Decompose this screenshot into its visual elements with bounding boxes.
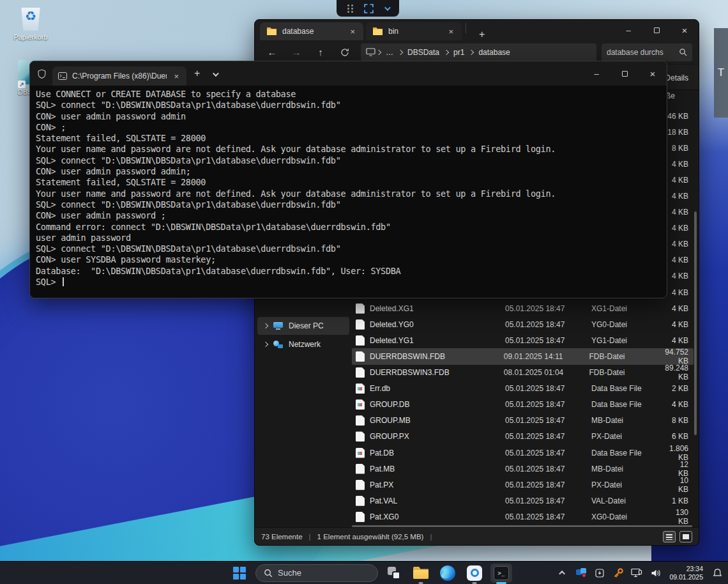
edge-panel-tab[interactable]: T (714, 28, 728, 118)
file-row[interactable]: Err.db05.01.2025 18:47Data Base File2 KB (352, 381, 694, 397)
tab-close-icon[interactable]: × (446, 27, 455, 36)
taskbar-terminal-button[interactable]: >_ (490, 564, 512, 583)
terminal-line: Your user name and password are not defi… (36, 188, 667, 199)
start-button[interactable] (229, 564, 250, 583)
tray-display-icon[interactable] (630, 564, 644, 582)
file-date: 05.01.2025 18:47 (505, 465, 591, 473)
taskbar: Suche >_ (0, 561, 728, 584)
maximize-button[interactable] (642, 20, 671, 40)
drag-handle-icon[interactable] (347, 4, 354, 13)
explorer-search-input[interactable]: database durchs (602, 43, 692, 61)
breadcrumb-overflow[interactable]: … (382, 47, 397, 58)
file-size: 130 KB (668, 508, 690, 525)
folder-icon (266, 27, 277, 36)
tray-overflow-button[interactable] (556, 564, 570, 582)
sidebar-item-netzwerk[interactable]: Netzwerk (257, 335, 349, 353)
minimize-button[interactable]: – (582, 63, 610, 84)
file-name: GROUP.MB (370, 416, 505, 425)
up-button[interactable]: ↑ (310, 43, 331, 61)
tray-key-icon[interactable] (611, 564, 625, 582)
file-date: 05.01.2025 18:47 (505, 304, 591, 313)
terminal-tab[interactable]: C:\Program Files (x86)\Duerr\ × (52, 66, 186, 86)
forward-button[interactable]: → (285, 43, 307, 61)
tray-volume-icon[interactable] (648, 564, 662, 582)
tray-package-icon[interactable] (593, 564, 607, 582)
terminal-line: CON> user SYSDBA password masterkey; (36, 254, 667, 265)
remote-session-toolbar[interactable] (337, 0, 399, 17)
network-icon (273, 341, 283, 348)
breadcrumb-item[interactable]: database (474, 47, 513, 58)
tray-sync-icon[interactable] (574, 564, 588, 582)
minimize-button[interactable]: – (614, 20, 642, 40)
chevron-down-icon[interactable] (384, 4, 390, 11)
file-row[interactable]: Deleted.YG005.01.2025 18:47YG0-Datei4 KB (352, 316, 694, 332)
tab-bin[interactable]: bin × (366, 22, 462, 40)
file-name: Deleted.XG1 (370, 304, 505, 313)
file-row[interactable]: Pat.PX05.01.2025 18:47PX-Datei10 KB (352, 477, 694, 493)
terminal-icon: >_ (494, 566, 509, 580)
breadcrumb-item[interactable]: DBSData (404, 47, 443, 58)
file-row[interactable]: GROUP.MB05.01.2025 18:47MB-Datei8 KB (352, 413, 694, 429)
back-button[interactable]: ← (261, 43, 283, 61)
selection-info: 1 Element ausgewählt (92,5 MB) (317, 533, 424, 541)
terminal-line: SQL> connect "D:\DBSWIN\DBSData\pr1\data… (36, 199, 667, 210)
file-row[interactable]: Deleted.YG105.01.2025 18:47YG1-Datei4 KB (352, 332, 694, 348)
search-value: database durchs (607, 48, 679, 57)
tab-database[interactable]: database × (260, 22, 363, 40)
desktop-icon-recycle-bin[interactable]: ♻ Papierkorb (10, 5, 51, 41)
vertical-scrollbar[interactable] (694, 211, 697, 435)
fullscreen-icon[interactable] (364, 4, 374, 13)
close-button[interactable]: × (639, 63, 667, 84)
terminal-dropdown-button[interactable] (208, 68, 222, 79)
notification-bell-button[interactable] (710, 564, 724, 582)
taskbar-explorer-button[interactable] (410, 564, 432, 583)
tab-close-icon[interactable]: × (172, 72, 181, 81)
taskbar-edge-button[interactable] (437, 564, 459, 583)
file-name: DUERRDBSWIN.FDB (370, 352, 504, 361)
file-date: 05.01.2025 18:47 (505, 432, 591, 441)
taskbar-ring-app-button[interactable] (464, 564, 485, 583)
thumbnail-view-toggle[interactable] (679, 531, 692, 542)
terminal-line: user admin password (36, 233, 667, 243)
edge-browser-icon (440, 565, 455, 581)
file-row[interactable]: DUERRDBSWIN3.FDB08.01.2025 01:04FDB-Date… (352, 365, 694, 381)
terminal-title-bar[interactable]: C:\Program Files (x86)\Duerr\ × + – × (30, 61, 667, 86)
terminal-tab-title: C:\Program Files (x86)\Duerr\ (72, 72, 167, 81)
file-row[interactable]: Pat.VAL05.01.2025 18:47VAL-Datei1 KB (352, 493, 694, 509)
maximize-button[interactable] (610, 63, 639, 84)
task-view-button[interactable] (383, 564, 405, 583)
file-size: 89.248 KB (665, 364, 690, 381)
chevron-right-icon[interactable] (263, 323, 268, 328)
file-type: MB-Datei (591, 416, 668, 425)
sidebar-item-dieser-pc[interactable]: Dieser PC (257, 317, 349, 335)
details-view-toggle[interactable] (663, 531, 676, 542)
breadcrumb[interactable]: … DBSData pr1 database (361, 43, 596, 61)
breadcrumb-item[interactable]: pr1 (450, 47, 468, 58)
file-row[interactable]: Pat.XG005.01.2025 18:47XG0-Datei130 KB (352, 509, 694, 525)
new-terminal-tab-button[interactable]: + (186, 68, 208, 79)
new-tab-button[interactable]: + (474, 29, 490, 40)
desktop-icon-label: Papierkorb (10, 33, 51, 41)
chevron-right-icon[interactable] (263, 342, 268, 347)
file-row[interactable]: GROUP.DB05.01.2025 18:47Data Base File4 … (352, 397, 694, 413)
file-icon (356, 415, 365, 426)
taskbar-clock[interactable]: 23:34 09.01.2025 (667, 565, 706, 581)
terminal-line: SQL> connect "D:\DBSWIN\DBSData\pr1\data… (36, 243, 667, 254)
terminal-line: SQL> connect "D:\DBSWIN\DBSData\pr1\data… (36, 155, 667, 166)
file-row[interactable]: GROUP.PX05.01.2025 18:47PX-Datei6 KB (352, 429, 694, 445)
terminal-output[interactable]: Use CONNECT or CREATE DATABASE to specif… (30, 86, 667, 298)
file-name: Err.db (370, 384, 505, 393)
close-button[interactable]: × (671, 20, 699, 40)
file-row[interactable]: DUERRDBSWIN.FDB09.01.2025 14:11FDB-Datei… (352, 348, 694, 364)
refresh-button[interactable] (334, 43, 356, 61)
file-icon (356, 304, 365, 314)
taskbar-search-input[interactable]: Suche (255, 564, 378, 582)
tab-close-icon[interactable]: × (348, 27, 357, 36)
maximize-icon (622, 71, 628, 77)
file-row[interactable]: Deleted.XG105.01.2025 18:47XG1-Datei4 KB (352, 300, 694, 316)
terminal-line: CON> ; (36, 122, 667, 133)
file-row[interactable]: Pat.MB05.01.2025 18:47MB-Datei12 KB (352, 461, 694, 477)
sidebar-item-label: Netzwerk (289, 340, 321, 349)
terminal-line: SQL> (36, 277, 667, 288)
file-row[interactable]: Pat.DB05.01.2025 18:47Data Base File1.80… (352, 445, 694, 461)
